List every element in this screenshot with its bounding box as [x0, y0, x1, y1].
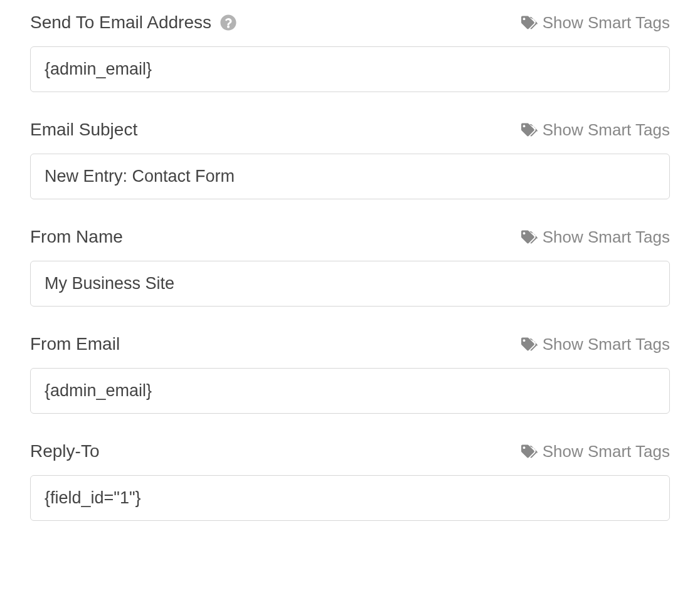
field-group-from-name: From Name Show Smart Tags [30, 227, 670, 307]
field-header: From Name Show Smart Tags [30, 227, 670, 247]
label-text: Email Subject [30, 120, 137, 140]
field-label-reply-to: Reply-To [30, 441, 99, 461]
field-label-from-name: From Name [30, 227, 123, 247]
smart-tags-label: Show Smart Tags [543, 13, 670, 33]
field-header: Send To Email Address Show Smart Tags [30, 13, 670, 33]
label-text: Reply-To [30, 441, 99, 461]
reply-to-input[interactable] [30, 475, 670, 521]
show-smart-tags-link[interactable]: Show Smart Tags [521, 442, 670, 461]
field-group-send-to: Send To Email Address Show Smart Tags [30, 13, 670, 92]
send-to-input[interactable] [30, 46, 670, 92]
smart-tags-label: Show Smart Tags [543, 228, 670, 247]
tag-icon [521, 229, 538, 245]
smart-tags-label: Show Smart Tags [543, 335, 670, 354]
field-label-email-subject: Email Subject [30, 120, 137, 140]
field-label-from-email: From Email [30, 334, 120, 354]
field-header: From Email Show Smart Tags [30, 334, 670, 354]
field-group-from-email: From Email Show Smart Tags [30, 334, 670, 414]
smart-tags-label: Show Smart Tags [543, 120, 670, 140]
show-smart-tags-link[interactable]: Show Smart Tags [521, 335, 670, 354]
label-text: Send To Email Address [30, 13, 211, 33]
smart-tags-label: Show Smart Tags [543, 442, 670, 461]
show-smart-tags-link[interactable]: Show Smart Tags [521, 120, 670, 140]
field-label-send-to: Send To Email Address [30, 13, 236, 33]
field-group-email-subject: Email Subject Show Smart Tags [30, 120, 670, 199]
help-icon[interactable] [220, 14, 236, 31]
label-text: From Name [30, 227, 123, 247]
field-header: Reply-To Show Smart Tags [30, 441, 670, 461]
field-header: Email Subject Show Smart Tags [30, 120, 670, 140]
tag-icon [521, 443, 538, 459]
show-smart-tags-link[interactable]: Show Smart Tags [521, 13, 670, 33]
from-email-input[interactable] [30, 368, 670, 414]
label-text: From Email [30, 334, 120, 354]
email-subject-input[interactable] [30, 154, 670, 199]
tag-icon [521, 122, 538, 138]
tag-icon [521, 336, 538, 352]
tag-icon [521, 14, 538, 31]
from-name-input[interactable] [30, 261, 670, 307]
show-smart-tags-link[interactable]: Show Smart Tags [521, 228, 670, 247]
field-group-reply-to: Reply-To Show Smart Tags [30, 441, 670, 521]
